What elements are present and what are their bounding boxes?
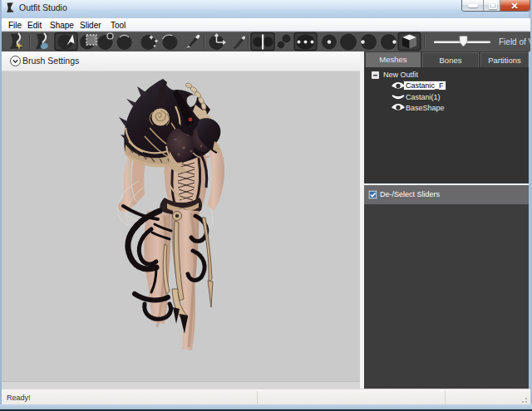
- svg-text:Field of V: Field of V: [499, 37, 530, 46]
